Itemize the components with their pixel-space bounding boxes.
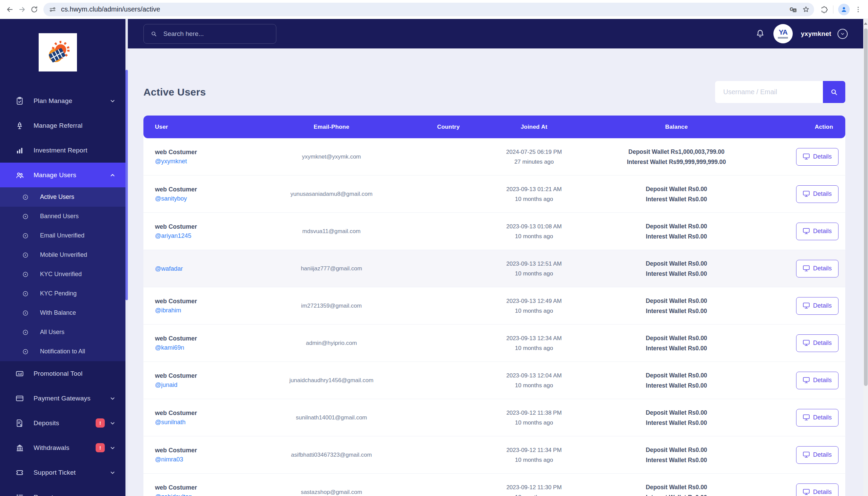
submenu-item-label: Banned Users <box>40 213 79 220</box>
submenu-item-all-users[interactable]: All Users <box>0 323 128 342</box>
joined-date: 2023-09-12 11:34 PM <box>485 445 583 455</box>
interest-wallet-balance: Interest Wallet Rs0.00 <box>583 381 770 391</box>
details-button[interactable]: Details <box>796 185 838 203</box>
extensions-icon[interactable] <box>820 5 828 14</box>
joined-date: 2023-09-12 11:38 PM <box>485 408 583 418</box>
user-handle-link[interactable]: @nimra03 <box>155 455 183 464</box>
details-button[interactable]: Details <box>796 222 838 240</box>
details-button[interactable]: Details <box>796 483 838 496</box>
sidebar-item-label: Deposits <box>33 419 59 427</box>
details-button[interactable]: Details <box>796 446 838 464</box>
joined-date: 2023-09-13 12:04 AM <box>485 371 583 381</box>
submenu-item-banned-users[interactable]: Banned Users <box>0 207 128 226</box>
back-arrow-icon <box>6 5 14 14</box>
brand-logo[interactable] <box>39 33 77 72</box>
invoice-dollar-icon: $ <box>15 419 24 428</box>
page-title: Active Users <box>144 87 206 98</box>
translate-icon[interactable]: GA <box>789 5 797 14</box>
user-handle-link[interactable]: @ibrahim <box>155 306 181 315</box>
submenu-item-active-users[interactable]: Active Users <box>0 187 128 207</box>
browser-forward-button[interactable] <box>16 4 28 15</box>
sidebar-item-report[interactable]: Report <box>0 485 128 496</box>
user-handle-link[interactable]: @yxymknet <box>155 156 187 166</box>
browser-back-button[interactable] <box>4 4 16 15</box>
username-label[interactable]: yxymknet <box>801 30 832 37</box>
details-button[interactable]: Details <box>796 335 838 352</box>
chevron-up-icon <box>109 172 116 178</box>
sidebar-item-manage-users[interactable]: Manage Users <box>0 162 128 187</box>
sidebar-item-withdrawals[interactable]: Withdrawals ! <box>0 435 128 460</box>
user-handle-link[interactable]: @sanityboy <box>155 194 187 203</box>
monitor-icon <box>803 228 810 234</box>
details-button[interactable]: Details <box>796 260 838 278</box>
sidebar-item-plan-manage[interactable]: Plan Manage <box>0 89 128 113</box>
details-button[interactable]: Details <box>796 148 838 166</box>
joined-ago: 10 months ago <box>485 231 583 241</box>
deposit-wallet-balance: Deposit Wallet Rs0.00 <box>583 296 770 306</box>
user-handle-link[interactable]: @kami69n <box>155 343 184 352</box>
browser-menu-icon[interactable] <box>854 6 862 13</box>
deposit-wallet-balance: Deposit Wallet Rs0.00 <box>583 221 770 231</box>
sidebar-item-payment-gateways[interactable]: Payment Gateways <box>0 386 128 410</box>
joined-date: 2023-09-13 12:51 AM <box>485 259 583 269</box>
user-handle-link[interactable]: @sunilnath <box>155 417 185 427</box>
sidebar-item-manage-referral[interactable]: Manage Referral <box>0 113 128 138</box>
submenu-item-label: Active Users <box>40 193 74 201</box>
table-header-row: User Email-Phone Country Joined At Balan… <box>144 115 845 138</box>
user-handle-link[interactable]: @wafadar <box>155 264 183 274</box>
user-handle-link[interactable]: @zahidsultan <box>155 492 192 496</box>
details-button[interactable]: Details <box>796 297 838 315</box>
interest-wallet-balance: Interest Wallet Rs0.00 <box>583 455 770 465</box>
details-button[interactable]: Details <box>796 409 838 427</box>
user-display-name: web Costumer <box>155 371 251 380</box>
submenu-item-kyc-unverified[interactable]: KYC Unverified <box>0 265 128 284</box>
user-filter-search-button[interactable] <box>823 81 845 103</box>
browser-reload-button[interactable] <box>29 4 40 15</box>
topbar: YA yxymknet <box>128 19 863 48</box>
submenu-item-label: Email Unverified <box>40 232 85 239</box>
sidebar-item-label: Manage Referral <box>33 122 83 129</box>
users-icon <box>15 171 24 180</box>
user-avatar[interactable]: YA <box>774 24 793 43</box>
joined-date: 2023-09-12 11:30 PM <box>485 482 583 492</box>
topbar-right: YA yxymknet <box>755 24 848 43</box>
global-search-input[interactable] <box>163 30 269 38</box>
notifications-bell-icon[interactable] <box>755 29 765 39</box>
submenu-item-mobile-unverified[interactable]: Mobile Unverified <box>0 245 128 265</box>
submenu-item-label: Mobile Unverified <box>40 251 87 259</box>
sidebar-item-promotional-tool[interactable]: Ad Promotional Tool <box>0 361 128 386</box>
user-email: asifbhatti03467323@gmail.com <box>251 452 412 459</box>
sidebar-item-deposits[interactable]: $ Deposits ! <box>0 410 128 435</box>
details-button[interactable]: Details <box>796 372 838 389</box>
sidebar-scrollbar-thumb[interactable] <box>125 70 128 300</box>
scrollbar-up-arrow[interactable] <box>864 22 867 25</box>
site-settings-icon[interactable] <box>49 6 56 13</box>
sidebar-item-support-ticket[interactable]: Support Ticket <box>0 460 128 485</box>
submenu-item-with-balance[interactable]: With Balance <box>0 303 128 323</box>
page-scrollbar[interactable] <box>863 19 868 496</box>
withdrawals-alert-badge: ! <box>95 443 105 452</box>
sidebar-item-investment-report[interactable]: Investment Report <box>0 138 128 162</box>
submenu-item-email-unverified[interactable]: Email Unverified <box>0 226 128 245</box>
users-table: User Email-Phone Country Joined At Balan… <box>144 115 845 496</box>
chevron-down-icon <box>840 31 845 36</box>
submenu-item-kyc-pending[interactable]: KYC Pending <box>0 284 128 303</box>
browser-profile-button[interactable] <box>838 4 850 15</box>
user-menu-chevron[interactable] <box>837 29 848 39</box>
submenu-item-notification-to-all[interactable]: Notification to All <box>0 342 128 361</box>
user-email: sunilnath14001@gmail.com <box>251 414 412 421</box>
scrollbar-thumb[interactable] <box>864 29 868 386</box>
url-text[interactable]: cs.hwym.club/admin/users/active <box>61 5 784 13</box>
joined-ago: 27 minutes ago <box>485 157 583 167</box>
sidebar-item-label: Investment Report <box>33 147 88 154</box>
user-email: im2721359@gmail.com <box>251 303 412 309</box>
user-handle-link[interactable]: @ariyan1245 <box>155 231 191 241</box>
user-filter-input[interactable] <box>715 81 823 103</box>
user-handle-link[interactable]: @junaid <box>155 380 177 390</box>
submenu-item-label: With Balance <box>40 309 76 316</box>
bookmark-star-icon[interactable] <box>802 5 810 14</box>
circle-dot-icon <box>22 232 29 239</box>
global-search[interactable] <box>144 24 276 44</box>
monitor-icon <box>803 489 810 495</box>
address-bar[interactable]: cs.hwym.club/admin/users/active GA <box>43 3 814 16</box>
